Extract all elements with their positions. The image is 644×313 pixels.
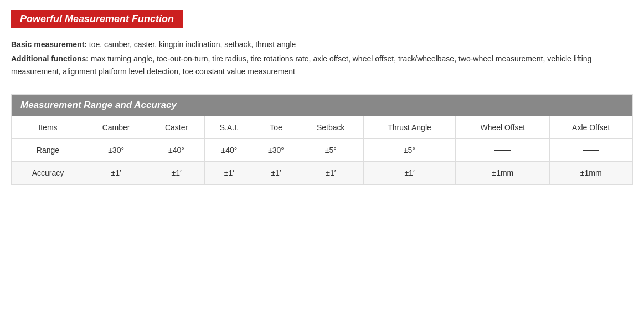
accuracy-camber: ±1′ [84,162,148,184]
measurement-table: Items Camber Caster S.A.I. Toe Setback T… [12,116,632,184]
col-header-toe: Toe [254,116,298,139]
accuracy-sai: ±1′ [204,162,254,184]
basic-label: Basic measurement: [11,40,87,49]
accuracy-axle-offset: ±1mm [550,162,632,184]
range-setback: ±5° [298,139,363,162]
range-thrust-angle: ±5° [363,139,456,162]
col-header-setback: Setback [298,116,363,139]
additional-text: max turning angle, toe-out-on-turn, tire… [11,54,591,75]
table-row-range: Range ±30° ±40° ±40° ±30° ±5° ±5° [12,139,632,162]
measurement-table-wrapper: Measurement Range and Accuracy Items Cam… [11,94,633,185]
row-label-accuracy: Accuracy [12,162,84,184]
accuracy-wheel-offset: ±1mm [456,162,550,184]
basic-text: toe, camber, caster, kingpin inclination… [87,40,296,49]
col-header-camber: Camber [84,116,148,139]
range-wheel-offset [456,139,550,162]
additional-label: Additional functions: [11,54,89,63]
accuracy-thrust-angle: ±1′ [363,162,456,184]
col-header-sai: S.A.I. [204,116,254,139]
main-title: Powerful Measurement Function [11,10,183,28]
range-toe: ±30° [254,139,298,162]
accuracy-caster: ±1′ [148,162,204,184]
table-row-accuracy: Accuracy ±1′ ±1′ ±1′ ±1′ ±1′ ±1′ ±1mm ±1… [12,162,632,184]
range-sai: ±40° [204,139,254,162]
accuracy-setback: ±1′ [298,162,363,184]
range-camber: ±30° [84,139,148,162]
additional-functions-line: Additional functions: max turning angle,… [11,53,633,78]
table-section-title: Measurement Range and Accuracy [12,95,632,116]
col-header-caster: Caster [148,116,204,139]
col-header-items: Items [12,116,84,139]
col-header-axle-offset: Axle Offset [550,116,632,139]
dash-axle-offset [583,150,599,151]
accuracy-toe: ±1′ [254,162,298,184]
range-caster: ±40° [148,139,204,162]
description-block: Basic measurement: toe, camber, caster, … [11,38,633,78]
row-label-range: Range [12,139,84,162]
dash-wheel-offset [494,150,511,151]
table-header-row: Items Camber Caster S.A.I. Toe Setback T… [12,116,632,139]
basic-measurement-line: Basic measurement: toe, camber, caster, … [11,38,633,50]
page-wrapper: Powerful Measurement Function Basic meas… [0,0,644,196]
col-header-thrust-angle: Thrust Angle [363,116,456,139]
col-header-wheel-offset: Wheel Offset [456,116,550,139]
range-axle-offset [550,139,632,162]
